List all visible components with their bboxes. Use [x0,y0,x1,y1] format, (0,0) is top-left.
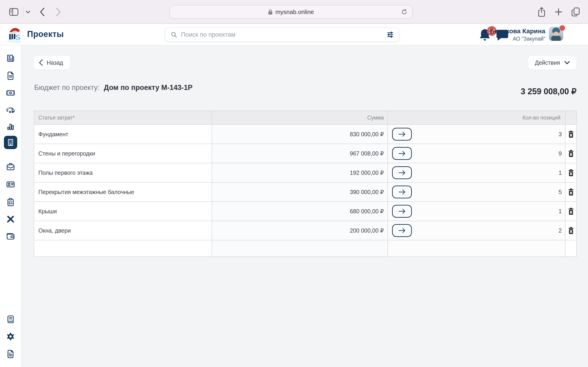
sidebar-item-analytics[interactable] [6,122,15,131]
amount-cell[interactable]: 200 000,00 ₽ [212,221,388,240]
building-icon [6,138,15,147]
gear-icon [6,332,15,341]
expense-cell[interactable]: Полы первого этажа [34,163,212,182]
delete-row-button[interactable] [567,149,575,158]
sidebar-item-tasks[interactable] [6,198,15,207]
empty-actions-cell [388,240,565,257]
amount-cell[interactable]: 830 000,00 ₽ [212,124,388,144]
open-row-button[interactable] [392,147,412,160]
delete-row-button[interactable] [567,207,575,215]
page-title: Проекты [27,29,64,39]
tab-chevron-icon[interactable] [23,0,33,24]
lock-icon [268,9,273,15]
sidebar-toggle-icon[interactable] [8,0,20,24]
open-row-button[interactable] [392,205,412,218]
sidebar-item-projects[interactable] [4,136,17,149]
trash-icon [567,169,575,177]
position-count: 1 [559,169,562,176]
sidebar-item-portfolio[interactable] [6,162,15,171]
new-tab-icon[interactable] [552,0,565,24]
project-search [165,27,399,42]
actions-cell: 3 [388,124,565,144]
actions-button[interactable]: Действия [528,56,577,69]
trash-icon [567,226,575,235]
address-bar[interactable]: mysnab.online [170,5,413,19]
expense-cell[interactable]: Стены и перегородки [34,144,212,163]
sidebar-item-delivery[interactable] [6,106,15,115]
empty-amount-cell[interactable] [212,240,388,257]
trash-icon [567,149,575,158]
search-icon [170,31,177,38]
budget-table: Статья затрат* Сумма Кол-во позиций Фунд… [34,110,577,257]
avatar-scarf [551,36,561,41]
bar-chart-icon [6,122,15,131]
chevron-down-icon [564,61,570,65]
user-info[interactable]: Беликова Карина АО "Закупай" [469,27,545,42]
arrow-right-icon [398,170,406,175]
delete-row-button[interactable] [567,130,575,138]
expense-cell[interactable]: Фундамент [34,124,212,144]
amount-cell[interactable]: 680 000,00 ₽ [212,201,388,221]
sidebar-item-wallet[interactable] [6,232,15,241]
arrow-right-icon [398,228,406,233]
expense-cell[interactable]: Крыши [34,201,212,221]
forward-icon[interactable] [53,0,63,24]
open-row-button[interactable] [392,186,412,198]
document-icon [6,71,15,80]
tabs-overview-icon[interactable] [569,0,582,24]
amount-cell[interactable]: 390 000,00 ₽ [212,182,388,201]
mysnab-santa-logo[interactable]: S [6,26,22,43]
file-icon [6,349,15,359]
clipboard-check-icon [6,198,15,207]
briefcase-icon [6,162,15,171]
budget-label: Бюджет по проекту: [34,83,99,92]
sidebar-item-payments[interactable] [6,88,15,98]
sidebar-item-documents[interactable] [6,71,15,80]
sidebar-item-docs[interactable] [6,349,15,359]
url-text: mysnab.online [275,8,314,16]
header-count: Кол-во позиций [388,111,565,124]
sidebar-item-contacts[interactable] [6,180,15,189]
budget-title: Бюджет по проекту: Дом по проекту М-143-… [34,83,192,92]
delete-cell [565,201,576,221]
position-count: 1 [559,208,562,215]
arrow-right-icon [398,209,406,214]
back-button[interactable]: Назад [34,56,70,69]
reload-icon[interactable] [400,8,408,16]
empty-delete-cell [565,240,576,257]
sidebar-item-news[interactable] [6,54,15,63]
sidebar-item-settings[interactable] [6,332,15,341]
chevron-left-icon [39,59,43,66]
back-button-label: Назад [47,59,63,66]
open-row-button[interactable] [392,128,412,141]
header-actions [565,111,576,124]
open-row-button[interactable] [392,224,412,237]
online-status-dot [560,25,565,31]
filter-sliders-icon[interactable] [386,31,394,39]
empty-expense-cell[interactable] [34,240,212,257]
book-icon [6,315,15,324]
actions-cell: 9 [388,144,565,163]
crossed-pencils-icon [6,215,15,224]
delete-row-button[interactable] [567,169,575,177]
sidebar-item-knowledge-base[interactable] [6,315,15,324]
trash-icon [567,130,575,138]
expense-cell[interactable]: Окна, двери [34,221,212,240]
amount-cell[interactable]: 192 000,00 ₽ [212,163,388,182]
arrow-right-icon [398,151,406,156]
share-icon[interactable] [535,0,548,24]
delete-row-button[interactable] [567,188,575,196]
search-input[interactable] [181,31,386,38]
delete-row-button[interactable] [567,226,575,235]
budget-total: 3 259 008,00 ₽ [521,87,577,96]
back-icon[interactable] [37,0,47,24]
newspaper-icon [6,54,15,63]
project-name: Дом по проекту М-143-1Р [104,83,192,92]
sidebar-item-tools[interactable] [6,215,15,224]
open-row-button[interactable] [392,166,412,179]
delete-cell [565,124,576,144]
amount-cell[interactable]: 967 008,00 ₽ [212,144,388,163]
expense-cell[interactable]: Перекрытия межэтажные балочные [34,182,212,201]
trash-icon [567,188,575,196]
position-count: 9 [559,150,562,157]
